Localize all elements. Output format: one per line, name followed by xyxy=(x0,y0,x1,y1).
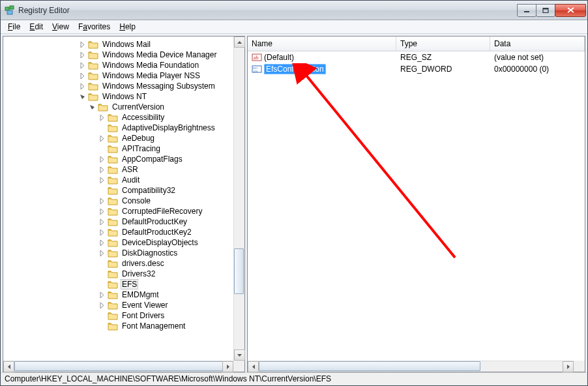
tree-vertical-scrollbar[interactable] xyxy=(233,37,244,361)
folder-icon xyxy=(108,144,118,153)
string-value-icon: ab xyxy=(252,52,262,63)
tree-item[interactable]: AppCompatFlags xyxy=(3,154,233,164)
folder-icon xyxy=(88,61,98,70)
svg-rect-5 xyxy=(543,8,548,9)
expand-toggle-icon[interactable] xyxy=(78,40,87,49)
folder-icon xyxy=(108,175,118,185)
values-list[interactable]: ab(Default)REG_SZ(value not set)011110Ef… xyxy=(248,52,585,372)
tree-item[interactable]: Event Viewer xyxy=(3,300,233,310)
tree-item[interactable]: Windows NT xyxy=(3,91,233,102)
expand-toggle-icon[interactable] xyxy=(98,228,106,237)
tree-item[interactable]: DefaultProductKey xyxy=(3,216,233,227)
scroll-right-button[interactable] xyxy=(563,361,574,372)
maximize-button[interactable] xyxy=(536,4,555,17)
tree-item[interactable]: DefaultProductKey2 xyxy=(3,227,233,237)
tree-item[interactable]: Windows Media Player NSS xyxy=(3,70,233,81)
value-row[interactable]: ab(Default)REG_SZ(value not set) xyxy=(248,52,585,63)
tree-item[interactable]: Console xyxy=(3,196,233,206)
expand-toggle-icon[interactable] xyxy=(78,72,87,80)
col-data-header[interactable]: Data xyxy=(490,37,585,51)
folder-icon xyxy=(108,301,118,310)
tree-item[interactable]: Compatibility32 xyxy=(3,185,233,196)
folder-icon xyxy=(108,123,118,132)
tree-item[interactable]: AdaptiveDisplayBrightness xyxy=(3,123,233,133)
list-horizontal-scrollbar[interactable] xyxy=(248,361,574,372)
scroll-thumb[interactable] xyxy=(234,248,244,294)
expand-toggle-icon[interactable] xyxy=(98,249,106,258)
scroll-thumb[interactable] xyxy=(259,361,480,371)
tree-item[interactable]: Windows Media Device Manager xyxy=(3,50,233,60)
expand-toggle-icon[interactable] xyxy=(98,207,106,216)
scroll-corner xyxy=(574,361,585,372)
tree-item-label: Windows Media Foundation xyxy=(101,60,200,70)
tree-item-label: DefaultProductKey2 xyxy=(121,227,193,237)
tree-item[interactable]: EFS xyxy=(3,279,233,290)
tree-item-label: DiskDiagnostics xyxy=(121,248,179,258)
tree-item[interactable]: Drivers32 xyxy=(3,269,233,279)
tree-item[interactable]: CorruptedFileRecovery xyxy=(3,206,233,216)
tree-item[interactable]: Windows Messaging Subsystem xyxy=(3,81,233,91)
expand-toggle-icon[interactable] xyxy=(98,134,106,143)
expand-toggle-icon[interactable] xyxy=(98,301,106,310)
tree-item[interactable]: Font Management xyxy=(3,321,233,331)
svg-rect-3 xyxy=(524,11,529,12)
expand-toggle-icon[interactable] xyxy=(98,166,106,174)
scroll-up-button[interactable] xyxy=(234,37,245,48)
folder-icon xyxy=(108,248,118,258)
menu-favorites[interactable]: Favorites xyxy=(74,21,115,33)
col-type-header[interactable]: Type xyxy=(396,37,490,51)
scroll-left-button[interactable] xyxy=(248,361,259,372)
folder-icon xyxy=(108,134,118,143)
expand-toggle-icon[interactable] xyxy=(98,218,106,226)
tree-item[interactable]: Accessibility xyxy=(3,112,233,123)
value-row[interactable]: 011110EfsConfigurationREG_DWORD0x0000000… xyxy=(248,63,585,75)
expand-toggle-icon[interactable] xyxy=(98,291,106,299)
expand-toggle-icon[interactable] xyxy=(78,93,87,101)
menu-view[interactable]: View xyxy=(48,21,74,33)
tree-item-label: Font Drivers xyxy=(121,310,166,321)
registry-tree[interactable]: Windows MailWindows Media Device Manager… xyxy=(3,37,244,372)
svg-rect-0 xyxy=(5,7,9,10)
tree-item[interactable]: DeviceDisplayObjects xyxy=(3,237,233,248)
scroll-thumb[interactable] xyxy=(14,361,223,371)
tree-horizontal-scrollbar[interactable] xyxy=(3,361,244,372)
tree-item[interactable]: Windows Media Foundation xyxy=(3,60,233,70)
expand-toggle-icon[interactable] xyxy=(78,51,87,59)
value-name-selected: EfsConfiguration xyxy=(264,64,326,74)
tree-item-label: Windows Media Device Manager xyxy=(101,50,218,60)
close-button[interactable] xyxy=(555,4,586,17)
expand-toggle-icon[interactable] xyxy=(88,103,96,111)
tree-item[interactable]: CurrentVersion xyxy=(3,102,233,112)
folder-icon xyxy=(108,113,118,122)
titlebar[interactable]: Registry Editor xyxy=(1,1,587,20)
tree-item[interactable]: DiskDiagnostics xyxy=(3,248,233,258)
expand-toggle-icon[interactable] xyxy=(98,239,106,247)
expand-toggle-icon[interactable] xyxy=(98,113,106,122)
tree-item[interactable]: APITracing xyxy=(3,143,233,154)
scroll-right-button[interactable] xyxy=(222,361,233,372)
expand-toggle-icon[interactable] xyxy=(78,82,87,91)
scroll-down-button[interactable] xyxy=(234,349,245,361)
expand-toggle-icon[interactable] xyxy=(78,61,87,70)
scroll-left-button[interactable] xyxy=(3,361,14,372)
minimize-button[interactable] xyxy=(517,4,537,17)
folder-icon xyxy=(108,290,118,299)
expand-toggle-icon[interactable] xyxy=(98,155,106,164)
tree-item-label: AdaptiveDisplayBrightness xyxy=(121,123,216,133)
tree-item[interactable]: drivers.desc xyxy=(3,258,233,269)
tree-item[interactable]: ASR xyxy=(3,164,233,175)
menu-file[interactable]: File xyxy=(3,21,25,33)
folder-icon xyxy=(108,165,118,174)
tree-item[interactable]: EMDMgmt xyxy=(3,290,233,300)
menu-help[interactable]: Help xyxy=(115,21,140,33)
tree-item[interactable]: AeDebug xyxy=(3,133,233,143)
tree-item[interactable]: Windows Mail xyxy=(3,39,233,50)
menu-edit[interactable]: Edit xyxy=(25,21,48,33)
registry-editor-window: Registry Editor File Edit View Favorites… xyxy=(0,0,588,386)
expand-toggle-icon[interactable] xyxy=(98,176,106,185)
expand-toggle-icon[interactable] xyxy=(98,197,106,205)
tree-item[interactable]: Audit xyxy=(3,175,233,185)
tree-item-label: Drivers32 xyxy=(121,269,156,279)
col-name-header[interactable]: Name xyxy=(248,37,396,51)
tree-item[interactable]: Font Drivers xyxy=(3,310,233,321)
